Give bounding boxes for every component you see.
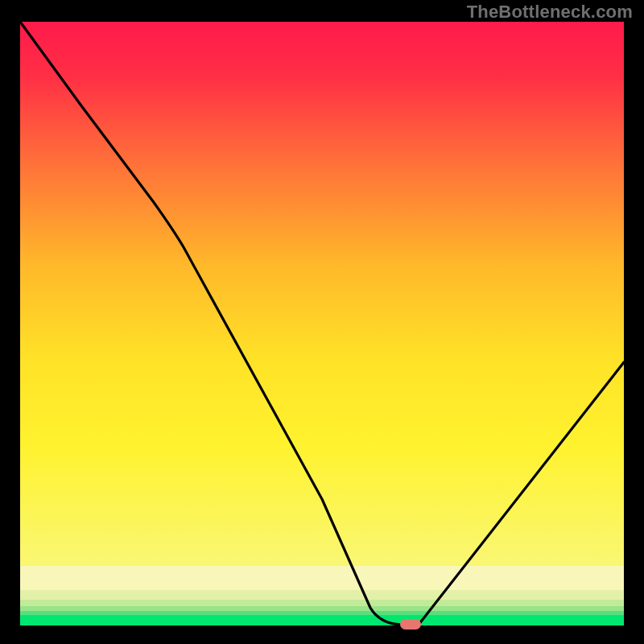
- band-lime-3: [20, 606, 624, 611]
- gradient-heat: [20, 22, 624, 566]
- band-green-bottom: [20, 615, 624, 625]
- plot-area: [20, 22, 624, 630]
- chart-frame: TheBottleneck.com: [0, 0, 644, 644]
- band-lime-1: [20, 590, 624, 600]
- band-green-1: [20, 611, 624, 615]
- band-lime-2: [20, 600, 624, 606]
- optimal-marker: [400, 619, 421, 630]
- watermark-label: TheBottleneck.com: [467, 2, 633, 23]
- band-pale: [20, 566, 624, 590]
- bottleneck-chart: [0, 0, 644, 644]
